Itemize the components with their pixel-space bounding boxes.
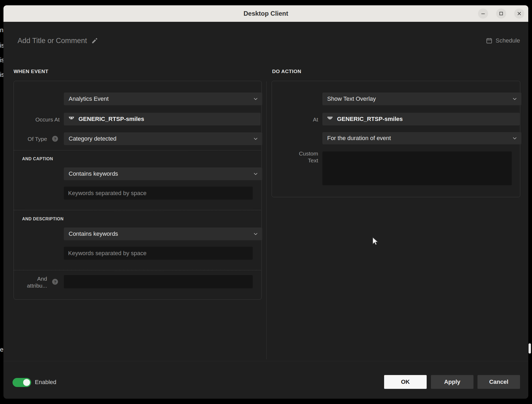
of-type-value: Category detected <box>69 135 117 142</box>
event-type-dropdown[interactable]: Analytics Event <box>64 92 262 105</box>
dashed-divider <box>14 270 261 270</box>
schedule-label: Schedule <box>496 37 520 44</box>
close-button[interactable] <box>514 9 524 19</box>
duration-dropdown[interactable]: For the duration of event <box>322 132 521 144</box>
maximize-button[interactable] <box>496 9 506 19</box>
custom-text-label: Custom Text <box>294 150 318 164</box>
camera-icon <box>326 116 334 123</box>
description-operator-dropdown[interactable]: Contains keywords <box>64 228 262 240</box>
and-description-header: AND DESCRIPTION <box>22 217 64 221</box>
at-camera-name: GENERIC_RTSP-smiles <box>337 116 403 123</box>
and-caption-header: AND CAPTION <box>22 157 53 161</box>
action-type-value: Show Text Overlay <box>327 95 376 102</box>
at-label: At <box>292 116 318 123</box>
cancel-button[interactable]: Cancel <box>477 375 520 389</box>
ok-button[interactable]: OK <box>384 375 427 389</box>
description-keywords-input[interactable] <box>64 247 253 260</box>
at-camera-field[interactable]: GENERIC_RTSP-smiles <box>322 113 520 125</box>
toggle-knob <box>23 379 30 386</box>
chevron-down-icon <box>253 96 259 102</box>
occurs-at-camera-name: GENERIC_RTSP-smiles <box>78 116 144 123</box>
dashed-divider <box>14 210 261 210</box>
duration-value: For the duration of event <box>327 135 391 142</box>
chevron-down-icon <box>253 171 259 177</box>
minimize-icon <box>480 11 486 16</box>
rule-title-edit[interactable]: Add Title or Comment <box>18 37 98 45</box>
enabled-label: Enabled <box>35 379 56 386</box>
caption-keywords-input[interactable] <box>64 187 253 200</box>
calendar-icon <box>486 37 493 44</box>
of-type-dropdown[interactable]: Category detected <box>64 132 262 145</box>
camera-icon <box>68 116 75 123</box>
custom-text-input[interactable] <box>322 152 512 185</box>
occurs-at-camera-field[interactable]: GENERIC_RTSP-smiles <box>64 113 261 125</box>
of-type-label: Of Type <box>14 136 47 142</box>
chevron-down-icon <box>253 231 259 237</box>
help-glyph: ? <box>54 280 56 284</box>
chevron-down-icon <box>512 96 518 102</box>
attributes-input[interactable] <box>64 275 253 288</box>
apply-button[interactable]: Apply <box>431 375 473 389</box>
background-text-fragment: n <box>0 27 3 34</box>
footer-divider <box>3 361 528 361</box>
window-title: Desktop Client <box>243 10 288 17</box>
help-icon[interactable]: ? <box>52 136 58 142</box>
do-action-section-title: DO ACTION <box>272 69 301 74</box>
caption-operator-dropdown[interactable]: Contains keywords <box>64 167 262 180</box>
close-icon <box>516 11 522 16</box>
dashed-divider <box>14 150 261 150</box>
rule-title-placeholder: Add Title or Comment <box>18 37 87 45</box>
column-divider <box>266 81 267 359</box>
maximize-icon <box>498 11 504 16</box>
chevron-down-icon <box>512 135 518 141</box>
background-scrollbar-fragment <box>529 343 531 354</box>
and-attributes-label: And attribu... <box>20 275 47 289</box>
description-operator-value: Contains keywords <box>69 230 118 237</box>
enabled-toggle[interactable] <box>13 378 31 387</box>
when-event-section-title: WHEN EVENT <box>14 69 48 74</box>
schedule-button[interactable]: Schedule <box>486 37 520 44</box>
mouse-cursor <box>370 237 380 247</box>
minimize-button[interactable] <box>478 9 488 19</box>
pencil-icon <box>91 37 98 45</box>
occurs-at-label: Occurs At <box>14 116 60 123</box>
help-icon[interactable]: ? <box>52 279 58 285</box>
action-type-dropdown[interactable]: Show Text Overlay <box>322 92 521 105</box>
caption-operator-value: Contains keywords <box>69 170 118 177</box>
event-type-value: Analytics Event <box>69 95 109 102</box>
help-glyph: ? <box>54 137 56 141</box>
chevron-down-icon <box>253 136 259 142</box>
title-bar[interactable]: Desktop Client <box>3 5 528 22</box>
